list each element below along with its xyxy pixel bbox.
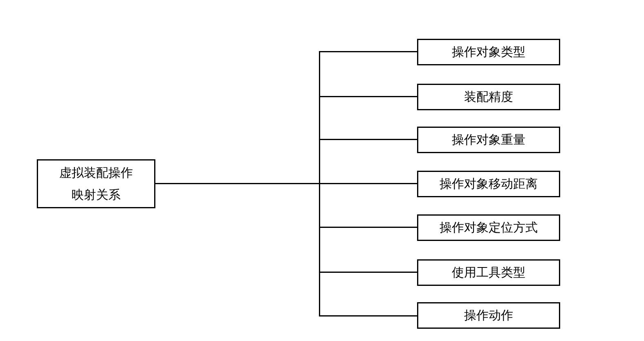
root-label-line2: 映射关系 [72, 184, 121, 206]
child-label-3: 操作对象移动距离 [440, 176, 538, 192]
child-label-6: 操作动作 [464, 307, 513, 324]
branch-line-5 [319, 272, 417, 273]
child-node-2: 操作对象重量 [417, 127, 560, 153]
branch-line-1 [319, 96, 417, 97]
child-node-0: 操作对象类型 [417, 39, 560, 65]
child-label-4: 操作对象定位方式 [440, 219, 538, 236]
child-label-5: 使用工具类型 [452, 264, 525, 281]
root-node: 虚拟装配操作 映射关系 [37, 159, 155, 208]
child-label-1: 装配精度 [464, 89, 513, 105]
branch-line-6 [319, 315, 417, 316]
branch-line-4 [319, 227, 417, 228]
connector-main [155, 183, 319, 184]
branch-line-3 [319, 183, 417, 184]
child-node-5: 使用工具类型 [417, 259, 560, 286]
child-node-6: 操作动作 [417, 302, 560, 329]
branch-line-0 [319, 51, 417, 52]
child-label-2: 操作对象重量 [452, 131, 525, 148]
child-node-1: 装配精度 [417, 84, 560, 110]
child-node-4: 操作对象定位方式 [417, 214, 560, 241]
branch-line-2 [319, 139, 417, 140]
child-label-0: 操作对象类型 [452, 44, 525, 60]
root-label-line1: 虚拟装配操作 [59, 162, 133, 184]
child-node-3: 操作对象移动距离 [417, 171, 560, 197]
